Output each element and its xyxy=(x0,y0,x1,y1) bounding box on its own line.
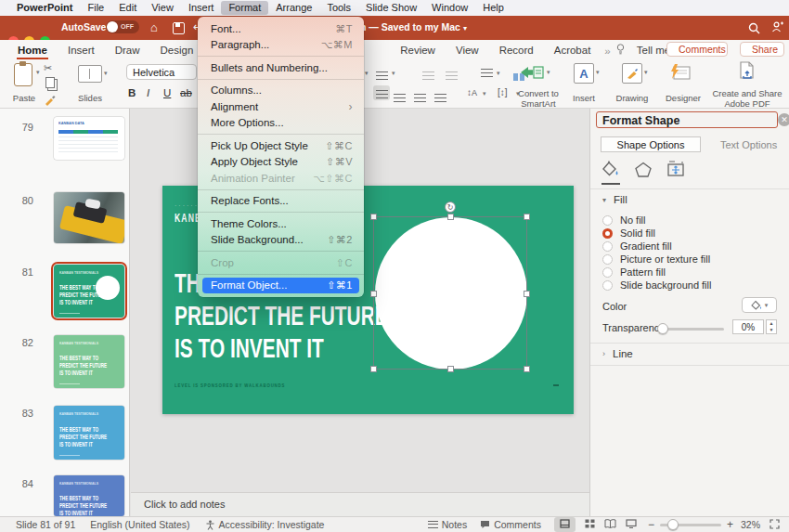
cut-icon[interactable]: ✂ xyxy=(44,62,52,74)
resize-handle-n[interactable] xyxy=(447,214,454,220)
line-spacing-chevron[interactable]: ▾ xyxy=(497,70,500,77)
menu-item-replace-fonts[interactable]: Replace Fonts... xyxy=(198,193,364,210)
menu-item-font[interactable]: Font...⌘T xyxy=(198,20,364,37)
menubar-item-view[interactable]: View xyxy=(144,1,181,15)
slide-thumbnail-84[interactable]: KANBAN TESTIMONIALS THE BEST WAY TO PRED… xyxy=(54,475,124,516)
hidden-dropdown-chevron[interactable]: ▾ xyxy=(365,70,369,77)
menu-item-paragraph[interactable]: Paragraph...⌥⌘M xyxy=(198,37,364,54)
menu-item-slide-background[interactable]: Slide Background...⇧⌘2 xyxy=(198,232,364,249)
radio-pattern-fill[interactable]: Pattern fill xyxy=(602,266,666,278)
radio-picture-texture-fill[interactable]: Picture or texture fill xyxy=(602,253,710,265)
radio-solid-fill[interactable]: Solid fill xyxy=(602,227,655,239)
bullets-button[interactable] xyxy=(376,67,388,84)
normal-view-button[interactable] xyxy=(554,517,576,532)
tab-record[interactable]: Record xyxy=(489,42,544,59)
effects-pentagon-tab-icon[interactable] xyxy=(635,162,652,179)
resize-handle-w[interactable] xyxy=(370,291,377,297)
menubar-item-arrange[interactable]: Arrange xyxy=(268,1,319,15)
tab-text-options[interactable]: Text Options xyxy=(720,139,777,150)
menu-item-format-object[interactable]: Format Object...⇧⌘1 xyxy=(202,278,359,294)
font-name-combobox[interactable]: Helvetica xyxy=(126,64,197,80)
menubar-item-help[interactable]: Help xyxy=(475,1,511,15)
smartart-chevron[interactable]: ▾ xyxy=(547,69,550,76)
tab-design[interactable]: Design xyxy=(150,42,204,59)
transparency-stepper[interactable]: ▲▼ xyxy=(766,319,777,334)
transparency-value-field[interactable]: 0% xyxy=(732,319,764,334)
align-right-button[interactable] xyxy=(414,89,426,106)
zoom-slider-track[interactable] xyxy=(660,524,721,526)
paste-button[interactable] xyxy=(14,63,32,86)
slide-thumbnail-83[interactable]: KANBAN TESTIMONIALS THE BEST WAY TO PRED… xyxy=(54,406,124,460)
copy-icon[interactable] xyxy=(45,77,55,88)
menubar-item-file[interactable]: File xyxy=(81,1,112,15)
menubar-item-powerpoint[interactable]: PowerPoint xyxy=(9,1,81,15)
text-spacing-chevron[interactable]: ▾ xyxy=(483,90,486,97)
slideshow-view-button[interactable] xyxy=(626,519,637,530)
decrease-indent-button[interactable] xyxy=(422,67,434,84)
tab-home[interactable]: Home xyxy=(7,42,58,59)
zoom-in-button[interactable]: + xyxy=(727,518,733,531)
drawing-chevron[interactable]: ▾ xyxy=(644,69,648,76)
menu-item-more-options[interactable]: More Options... xyxy=(198,115,364,132)
menubar-item-edit[interactable]: Edit xyxy=(111,1,144,15)
comments-toggle[interactable]: Comments xyxy=(480,519,541,530)
italic-button[interactable]: I xyxy=(147,87,149,98)
menu-item-pick-up-object-style[interactable]: Pick Up Object Style⇧⌘C xyxy=(198,137,364,154)
transparency-slider-track[interactable] xyxy=(661,328,724,331)
align-center-button[interactable] xyxy=(394,89,406,106)
resize-handle-s[interactable] xyxy=(447,366,454,372)
resize-handle-nw[interactable] xyxy=(370,214,377,220)
underline-button[interactable]: U xyxy=(163,87,171,98)
align-justify-button[interactable] xyxy=(434,89,446,106)
increase-indent-button[interactable] xyxy=(446,67,458,84)
radio-slide-background-fill[interactable]: Slide background fill xyxy=(602,279,711,291)
menubar-item-slideshow[interactable]: Slide Show xyxy=(358,1,424,15)
radio-gradient-fill[interactable]: Gradient fill xyxy=(602,240,672,252)
slide-thumbnail-79[interactable]: KANBAN DATA xyxy=(54,117,124,160)
insert-text-icon[interactable]: A xyxy=(574,63,594,84)
menu-item-apply-object-style[interactable]: Apply Object Style⇧⌘V xyxy=(198,154,364,171)
save-icon[interactable] xyxy=(173,22,185,34)
slide-thumbnail-81-selected[interactable]: KANBAN TESTIMONIALS THE BEST WAY TO PRED… xyxy=(54,265,124,318)
line-spacing-button[interactable] xyxy=(481,66,493,83)
convert-to-smartart-icon[interactable] xyxy=(520,63,544,85)
menubar-item-tools[interactable]: Tools xyxy=(319,1,358,15)
radio-no-fill[interactable]: No fill xyxy=(602,214,646,226)
slide-sorter-view-button[interactable] xyxy=(585,519,595,530)
slide-thumbnail-80[interactable] xyxy=(54,192,124,243)
slides-layout-icon[interactable] xyxy=(78,65,102,83)
notes-pane[interactable]: Click to add notes xyxy=(131,492,589,516)
size-properties-tab-icon[interactable] xyxy=(666,161,685,179)
tab-review[interactable]: Review xyxy=(390,42,446,59)
rotation-handle[interactable]: ↻ xyxy=(445,201,456,213)
bold-button[interactable]: B xyxy=(128,87,136,98)
zoom-out-button[interactable]: − xyxy=(648,518,654,531)
tab-draw[interactable]: Draw xyxy=(105,42,150,59)
slide-footer-text[interactable]: LEVEL IS SPONSORED BY WALKABOUNDS xyxy=(175,383,285,388)
menu-item-theme-colors[interactable]: Theme Colors... xyxy=(198,215,364,232)
menu-item-alignment[interactable]: Alignment› xyxy=(198,98,364,115)
tabs-overflow-icon[interactable]: » xyxy=(601,43,614,59)
zoom-percentage[interactable]: 32% xyxy=(741,519,760,530)
accessibility-status[interactable]: Accessibility: Investigate xyxy=(205,519,325,530)
paste-dropdown-chevron[interactable]: ▾ xyxy=(36,69,40,76)
resize-handle-sw[interactable] xyxy=(370,366,377,372)
slides-dropdown-chevron[interactable]: ▾ xyxy=(104,70,108,77)
autosave-toggle[interactable]: OFF xyxy=(106,20,139,33)
tab-shape-options[interactable]: Shape Options xyxy=(601,136,701,152)
share-button[interactable]: Share xyxy=(740,42,784,57)
format-painter-icon[interactable] xyxy=(45,93,56,110)
zoom-slider-thumb[interactable] xyxy=(667,519,679,530)
fill-color-button[interactable]: ▾ xyxy=(742,297,777,313)
resize-handle-ne[interactable] xyxy=(524,214,530,220)
menu-item-bullets-numbering[interactable]: Bullets and Numbering... xyxy=(198,59,364,76)
tab-view[interactable]: View xyxy=(446,42,489,59)
designer-icon[interactable] xyxy=(670,64,691,84)
adobe-pdf-icon[interactable] xyxy=(738,61,757,85)
shape-selection-box[interactable]: ↻ xyxy=(373,216,527,370)
notes-placeholder[interactable]: Click to add notes xyxy=(131,493,589,510)
transparency-slider-thumb[interactable] xyxy=(657,323,668,334)
notes-toggle[interactable]: Notes xyxy=(428,519,467,530)
fill-section-header[interactable]: ▾ Fill xyxy=(602,194,627,205)
fit-to-window-button[interactable] xyxy=(770,519,780,531)
